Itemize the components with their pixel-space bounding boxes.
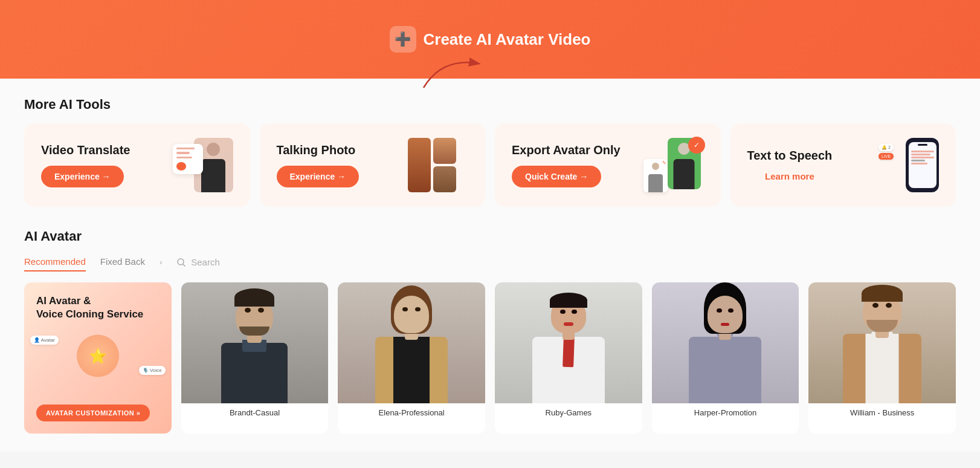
tabs-row: Recommended Fixed Back › Search xyxy=(24,253,956,271)
tool-card-right-tp xyxy=(408,138,468,192)
tool-name-export-avatar: Export Avatar Only xyxy=(512,143,621,157)
tp-grid xyxy=(408,138,456,192)
tool-card-export-avatar[interactable]: Export Avatar Only Quick Create → ✓ ✎ xyxy=(495,123,721,207)
avatar-img-ruby xyxy=(495,282,642,403)
tab-recommended[interactable]: Recommended xyxy=(24,253,86,271)
tool-name-text-to-speech: Text to Speech xyxy=(747,149,833,163)
avatar-img-brandt xyxy=(181,282,329,403)
avatar-card-harper[interactable]: Harper-Promotion xyxy=(652,282,799,434)
avatar-img-harper xyxy=(652,282,799,403)
tab-fixed-back[interactable]: Fixed Back xyxy=(100,253,145,271)
video-translate-experience-button[interactable]: Experience → xyxy=(41,166,124,187)
avatar-img-william xyxy=(808,282,956,403)
tool-card-talking-photo[interactable]: Talking Photo Experience → xyxy=(260,123,486,207)
tool-card-video-translate[interactable]: Video Translate Experience → xyxy=(24,123,250,207)
avatar-customization-button[interactable]: AVATAR CUSTOMIZATION » xyxy=(36,405,150,421)
search-icon xyxy=(176,258,186,267)
svg-line-1 xyxy=(183,264,185,266)
search-area[interactable]: Search xyxy=(176,257,220,267)
tool-card-text-to-speech[interactable]: Text to Speech Learn more xyxy=(730,123,956,207)
banner-button[interactable]: ➕ Create AI Avatar Video xyxy=(390,26,591,53)
avatar-section-title: AI Avatar xyxy=(24,229,956,244)
banner-plus-icon: ➕ xyxy=(390,26,416,53)
avatar-name-elena: Elena-Professional xyxy=(338,403,485,422)
avatar-name-harper: Harper-Promotion xyxy=(652,403,799,422)
ea-badge: ✓ xyxy=(688,137,705,154)
vt-ui-box xyxy=(173,144,203,174)
avatar-card-william[interactable]: HOT xyxy=(808,282,956,434)
text-to-speech-learn-more-button[interactable]: Learn more xyxy=(747,171,833,181)
avatar-name-brandt: Brandt-Casual xyxy=(181,403,329,422)
tool-card-left-tts: Text to Speech Learn more xyxy=(747,149,833,181)
export-avatar-quick-create-button[interactable]: Quick Create → xyxy=(512,166,601,187)
tool-card-left: Video Translate Experience → xyxy=(41,143,130,187)
avatar-name-ruby: Ruby-Games xyxy=(495,403,642,422)
avatar-promo-card[interactable]: AI Avatar &Voice Cloning Service ⭐ 👤 Ava… xyxy=(24,282,172,434)
tool-card-left-tp: Talking Photo Experience → xyxy=(277,143,359,187)
tool-name-video-translate: Video Translate xyxy=(41,143,130,157)
tab-chevron-icon[interactable]: › xyxy=(160,258,162,267)
avatar-name-william: William - Business xyxy=(808,403,956,422)
tool-card-right-ea: ✓ ✎ xyxy=(643,138,704,192)
talking-photo-experience-button[interactable]: Experience → xyxy=(277,166,359,187)
tool-card-right-vt xyxy=(173,138,233,192)
avatar-card-brandt[interactable]: Brandt-Casual xyxy=(181,282,329,434)
avatar-card-elena[interactable]: Elena-Professional xyxy=(338,282,485,434)
avatar-card-ruby[interactable]: Ruby-Games xyxy=(495,282,642,434)
tool-name-talking-photo: Talking Photo xyxy=(277,143,359,157)
main-content: More AI Tools Video Translate Experience… xyxy=(0,79,980,452)
tool-card-left-ea: Export Avatar Only Quick Create → xyxy=(512,143,621,187)
tool-card-right-tts: 🔔 2 LIVE xyxy=(878,138,939,192)
more-tools-title: More AI Tools xyxy=(24,97,956,112)
search-label: Search xyxy=(191,257,220,267)
banner-label: Create AI Avatar Video xyxy=(424,30,591,49)
promo-title: AI Avatar &Voice Cloning Service xyxy=(36,294,160,321)
avatar-grid: AI Avatar &Voice Cloning Service ⭐ 👤 Ava… xyxy=(24,282,956,434)
create-avatar-banner[interactable]: ➕ Create AI Avatar Video xyxy=(0,0,980,79)
avatar-img-elena xyxy=(338,282,485,403)
tools-row: Video Translate Experience → xyxy=(24,123,956,207)
